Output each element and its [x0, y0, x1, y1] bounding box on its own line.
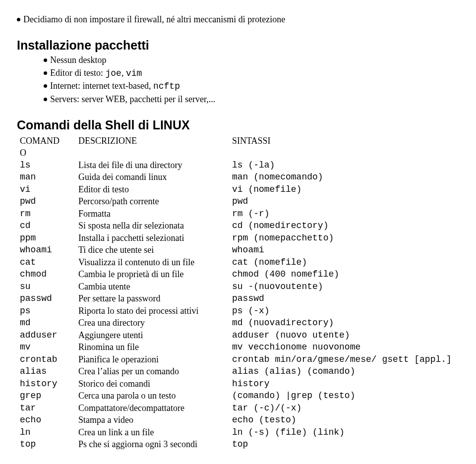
cmd-description: Cerca una parola o un testo — [76, 390, 229, 402]
cmd-name: mv — [18, 342, 75, 353]
table-row: crontabPianifica le operazionicrontab mi… — [18, 354, 458, 365]
cmd-description: Per settare la password — [76, 293, 229, 304]
cmd-syntax: history — [230, 378, 458, 390]
cmd-description: Cambia le proprietà di un file — [76, 269, 229, 280]
cmd-description: Aggiungere utenti — [76, 330, 229, 341]
table-row: mvRinomina un filemv vecchionome nuovono… — [18, 342, 458, 353]
list-item-text: Editor di testo: joe, vim — [50, 67, 459, 79]
cmd-name: top — [18, 439, 75, 450]
table-row: catVisualizza il contenuto di un filecat… — [18, 257, 458, 268]
cmd-syntax: ps (-x) — [230, 305, 458, 317]
cmd-syntax: su -(nuovoutente) — [230, 281, 458, 292]
commands-table: COMANDDESCRIZIONESINTASSIOlsLista dei fi… — [17, 134, 459, 451]
col-header-description: DESCRIZIONE — [76, 135, 229, 147]
cmd-syntax: chmod (400 nomefile) — [230, 269, 458, 280]
cmd-syntax: crontab min/ora/gmese/mese/ gsett [appl.… — [230, 354, 458, 365]
table-row: rmFormattarm (-r) — [18, 208, 458, 220]
cmd-syntax: rm (-r) — [230, 208, 458, 220]
cmd-name: cd — [18, 220, 75, 232]
cmd-description: Crea l’alias per un comando — [76, 366, 229, 377]
table-row: aliasCrea l’alias per un comandoalias (a… — [18, 366, 458, 377]
section-install-title: Installazione pacchetti — [17, 38, 459, 53]
cmd-syntax: tar (-c)/(-x) — [230, 403, 458, 414]
table-row: pwdPercorso/path correntepwd — [18, 196, 458, 207]
intro-bullet: Decidiamo di non impostare il firewall, … — [17, 14, 459, 25]
table-row: lnCrea un link a un fileln (-s) (file) (… — [18, 427, 458, 438]
cmd-description: Ti dice che utente sei — [76, 244, 229, 256]
list-item: Internet: internet text-based, ncftp — [44, 80, 459, 92]
cmd-syntax: (comando) |grep (testo) — [230, 390, 458, 402]
cmd-description: Storico dei comandi — [76, 378, 229, 390]
cmd-description: Percorso/path corrente — [76, 196, 229, 207]
cmd-name: ps — [18, 305, 75, 317]
cmd-name: history — [18, 378, 75, 390]
cmd-name: whoami — [18, 244, 75, 256]
cmd-description: Ps che si aggiorna ogni 3 secondi — [76, 439, 229, 450]
cmd-description: Editor di testo — [76, 184, 229, 195]
list-item-text: Internet: internet text-based, ncftp — [50, 80, 459, 92]
section-commands-title: Comandi della Shell di LINUX — [17, 118, 459, 132]
cmd-name: adduser — [18, 330, 75, 341]
table-row: suCambia utentesu -(nuovoutente) — [18, 281, 458, 292]
cmd-name: chmod — [18, 269, 75, 280]
cmd-description: Pianifica le operazioni — [76, 354, 229, 365]
col-header-command-cont: O — [18, 147, 75, 159]
cmd-description: Guida dei comandi linux — [76, 172, 229, 183]
cmd-name: grep — [18, 390, 75, 402]
cmd-name: ln — [18, 427, 75, 438]
table-row: topPs che si aggiorna ogni 3 seconditop — [18, 439, 458, 450]
cmd-syntax: rpm (nomepacchetto) — [230, 232, 458, 244]
cmd-syntax: adduser (nuovo utente) — [230, 330, 458, 341]
cmd-description: Si sposta nella dir selezionata — [76, 220, 229, 232]
cmd-name: passwd — [18, 293, 75, 304]
cmd-name: cat — [18, 257, 75, 268]
list-item: Servers: server WEB, pacchetti per il se… — [44, 94, 459, 105]
cmd-description: Installa i pacchetti selezionati — [76, 232, 229, 244]
table-row: passwdPer settare la passwordpasswd — [18, 293, 458, 304]
table-row: ppmInstalla i pacchetti selezionatirpm (… — [18, 232, 458, 244]
cmd-name: md — [18, 317, 75, 329]
cmd-description: Visualizza il contenuto di un file — [76, 257, 229, 268]
table-header-row: COMANDDESCRIZIONESINTASSI — [18, 135, 458, 147]
cmd-name: su — [18, 281, 75, 292]
list-item: Editor di testo: joe, vim — [44, 67, 459, 79]
cmd-syntax: man (nomecomando) — [230, 172, 458, 183]
cmd-name: ppm — [18, 232, 75, 244]
cmd-syntax: mv vecchionome nuovonome — [230, 342, 458, 353]
cmd-name: alias — [18, 366, 75, 377]
cmd-syntax: passwd — [230, 293, 458, 304]
install-list: Nessun desktopEditor di testo: joe, vimI… — [17, 55, 459, 105]
table-row: whoamiTi dice che utente seiwhoami — [18, 244, 458, 256]
table-row: echoStampa a videoecho (testo) — [18, 414, 458, 426]
bullet-icon — [44, 71, 47, 75]
bullet-icon — [44, 84, 47, 88]
intro-text: Decidiamo di non impostare il firewall, … — [23, 14, 459, 25]
table-row: adduserAggiungere utentiadduser (nuovo u… — [18, 330, 458, 341]
cmd-description: Crea un link a un file — [76, 427, 229, 438]
bullet-icon — [44, 98, 47, 101]
cmd-name: crontab — [18, 354, 75, 365]
cmd-description: Rinomina un file — [76, 342, 229, 353]
cmd-name: pwd — [18, 196, 75, 207]
cmd-description: Stampa a video — [76, 414, 229, 426]
cmd-syntax: pwd — [230, 196, 458, 207]
table-row: grepCerca una parola o un testo(comando)… — [18, 390, 458, 402]
col-header-syntax: SINTASSI — [230, 135, 458, 147]
table-row: chmodCambia le proprietà di un filechmod… — [18, 269, 458, 280]
list-item: Nessun desktop — [44, 55, 459, 66]
cmd-syntax: echo (testo) — [230, 414, 458, 426]
cmd-name: rm — [18, 208, 75, 220]
cmd-syntax: top — [230, 439, 458, 450]
cmd-syntax: cd (nomedirectory) — [230, 220, 458, 232]
cmd-description: Cambia utente — [76, 281, 229, 292]
cmd-syntax: md (nuovadirectory) — [230, 317, 458, 329]
col-header-command: COMAND — [18, 135, 75, 147]
bullet-icon — [44, 58, 47, 62]
cmd-description: Lista dei file di una directory — [76, 160, 229, 171]
table-row: tarCompattatore/decompattatoretar (-c)/(… — [18, 403, 458, 414]
table-row: historyStorico dei comandihistory — [18, 378, 458, 390]
cmd-name: tar — [18, 403, 75, 414]
table-row: mdCrea una directorymd (nuovadirectory) — [18, 317, 458, 329]
cmd-syntax: cat (nomefile) — [230, 257, 458, 268]
list-item-text: Nessun desktop — [50, 55, 459, 66]
